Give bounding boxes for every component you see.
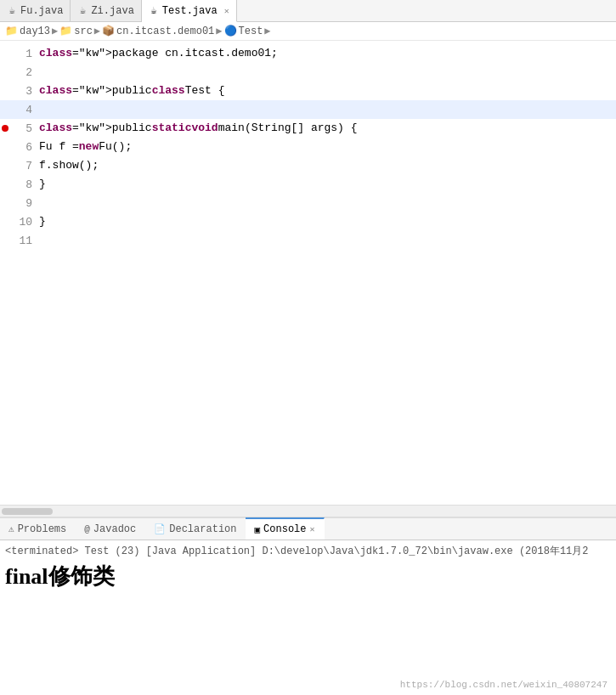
problems-icon: ⚠ — [8, 523, 14, 534]
breadcrumb-class[interactable]: Test — [239, 25, 263, 37]
breadcrumb-sep-4: ▶ — [264, 25, 270, 37]
panel-tab-javadoc-label: Javadoc — [93, 523, 136, 535]
breadcrumb: 📁 day13 ▶ 📁 src ▶ 📦 cn.itcast.demo01 ▶ 🔵… — [0, 22, 616, 41]
line-num-2: 2 — [0, 63, 36, 82]
code-line-8[interactable]: } — [36, 175, 616, 194]
panel-tab-javadoc[interactable]: @ Javadoc — [76, 518, 145, 540]
declaration-icon: 📄 — [154, 523, 166, 534]
line-num-7: 7 — [0, 156, 36, 175]
line-num-5: 5 — [0, 119, 36, 138]
java-icon-fu: ☕ — [7, 6, 17, 16]
panel-tab-console[interactable]: ▣ Console ✕ — [246, 517, 324, 540]
breakpoint-marker-5[interactable] — [2, 125, 8, 132]
line-num-3: 3 — [0, 82, 36, 100]
panel-tab-problems[interactable]: ⚠ Problems — [0, 518, 76, 540]
code-line-10[interactable]: } — [36, 212, 616, 231]
breadcrumb-src[interactable]: src — [74, 25, 93, 37]
console-terminated-text: <terminated> Test (23) [Java Application… — [5, 544, 611, 558]
line-num-9: 9 — [0, 194, 36, 212]
line-num-1: 1 — [0, 44, 36, 63]
panel-tab-bar: ⚠ Problems @ Javadoc 📄 Declaration ▣ Con… — [0, 518, 616, 540]
code-line-11[interactable] — [36, 231, 616, 250]
tab-test-close[interactable]: ✕ — [224, 6, 229, 16]
breadcrumb-src-icon: 📁 — [59, 25, 72, 37]
breadcrumb-sep-2: ▶ — [94, 25, 100, 37]
panel-tab-console-close[interactable]: ✕ — [310, 524, 315, 534]
panel-tab-declaration[interactable]: 📄 Declaration — [145, 518, 246, 540]
tab-zi[interactable]: ☕ Zi.java — [71, 0, 141, 21]
tab-test-label: Test.java — [162, 5, 218, 17]
horizontal-scrollbar[interactable] — [0, 505, 616, 517]
breadcrumb-class-icon: 🔵 — [224, 25, 237, 37]
breadcrumb-day13[interactable]: day13 — [20, 25, 50, 37]
console-main-output: final修饰类 — [5, 562, 611, 591]
line-num-8: 8 — [0, 175, 36, 194]
line-num-10: 10 — [0, 212, 36, 231]
code-line-7[interactable]: f.show(); — [36, 156, 616, 175]
tab-zi-label: Zi.java — [91, 5, 133, 17]
breadcrumb-pkg-icon: 📦 — [102, 25, 115, 37]
panel-tab-problems-label: Problems — [18, 523, 67, 535]
tab-fu[interactable]: ☕ Fu.java — [0, 0, 71, 21]
code-line-6[interactable]: Fu f = new Fu(); — [36, 138, 616, 156]
javadoc-icon: @ — [84, 524, 90, 534]
code-line-3[interactable]: class="kw">public class Test { — [36, 82, 616, 100]
tab-test[interactable]: ☕ Test.java ✕ — [142, 0, 237, 22]
scroll-thumb[interactable] — [2, 508, 53, 515]
breadcrumb-sep-3: ▶ — [216, 25, 222, 37]
watermark: https://blog.csdn.net/weixin_40807247 — [400, 680, 608, 690]
line-number-gutter: 1234567891011 — [0, 41, 36, 505]
console-output-area: <terminated> Test (23) [Java Application… — [0, 540, 616, 695]
code-line-9[interactable] — [36, 194, 616, 212]
java-icon-test: ☕ — [149, 6, 159, 16]
code-line-5[interactable]: class="kw">public static void main(Strin… — [36, 119, 616, 138]
panel-tab-console-label: Console — [263, 523, 306, 535]
breadcrumb-sep-1: ▶ — [52, 25, 58, 37]
line-num-11: 11 — [0, 231, 36, 250]
editor-tab-bar: ☕ Fu.java ☕ Zi.java ☕ Test.java ✕ — [0, 0, 616, 22]
code-line-1[interactable]: class="kw">package cn.itcast.demo01; — [36, 44, 616, 63]
code-line-2[interactable] — [36, 63, 616, 82]
editor-area: 1234567891011 class="kw">package cn.itca… — [0, 41, 616, 517]
java-icon-zi: ☕ — [77, 6, 88, 16]
console-icon: ▣ — [254, 524, 260, 535]
code-line-4[interactable] — [36, 100, 616, 119]
panel-tab-declaration-label: Declaration — [169, 523, 236, 535]
breadcrumb-folder-icon: 📁 — [5, 25, 18, 37]
line-num-6: 6 — [0, 138, 36, 156]
line-num-4: 4 — [0, 100, 36, 119]
code-content[interactable]: class="kw">package cn.itcast.demo01; cla… — [36, 41, 616, 505]
breadcrumb-pkg[interactable]: cn.itcast.demo01 — [116, 25, 214, 37]
tab-fu-label: Fu.java — [20, 5, 63, 17]
bottom-panel: ⚠ Problems @ Javadoc 📄 Declaration ▣ Con… — [0, 517, 616, 695]
